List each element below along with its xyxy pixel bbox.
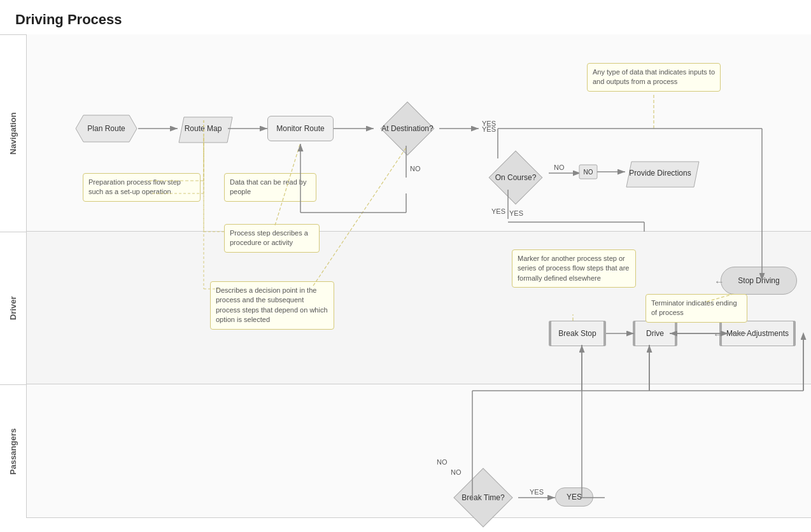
stop-driving-shape: Stop Driving — [721, 267, 797, 295]
route-map-shape: Route Map — [178, 116, 229, 141]
diagram-wrapper: Navigation Driver Passangers — [0, 34, 811, 518]
callout-data-people: Data that can be read by people — [224, 173, 316, 202]
lane-driver: Driver — [0, 232, 26, 384]
diagram-area: NO YES NO NO YES — [27, 34, 811, 518]
callout-terminator: Terminator indicates ending of process — [645, 294, 747, 323]
page: Driving Process Navigation Driver Passan… — [0, 0, 811, 532]
arrow-left-make-adj: ← — [713, 329, 723, 340]
callout-process-step: Process step describes a procedure or ac… — [224, 224, 320, 253]
callout-decision: Describes a decision point in the proces… — [210, 281, 334, 330]
callout-preparation: Preparation process flow step such as a … — [83, 173, 201, 202]
lanes-labels: Navigation Driver Passangers — [0, 34, 27, 518]
yes-label-1: YES — [482, 125, 496, 133]
make-adjustments-shape: Make Adjustments — [719, 321, 796, 346]
callout-any-type-data: Any type of data that indicates inputs t… — [587, 63, 721, 92]
lane-bg-passangers — [27, 384, 811, 518]
provide-directions-shape: Provide Directions — [625, 160, 695, 186]
callout-marker: Marker for another process step or serie… — [512, 249, 636, 288]
break-time-shape: Break Time? — [448, 477, 518, 519]
page-title: Driving Process — [0, 0, 811, 34]
drive-shape: Drive — [633, 321, 677, 346]
monitor-route-shape: Monitor Route — [267, 116, 334, 141]
yes-oval-break: YES — [555, 487, 593, 507]
break-stop-shape: Break Stop — [549, 321, 606, 346]
yes-label-2: YES — [491, 207, 505, 215]
arrow-left-stop-driving: ← — [714, 276, 724, 288]
plan-route-shape: Plan Route — [74, 114, 138, 143]
no-label-break: NO — [437, 458, 448, 466]
on-course-shape: On Course? — [484, 158, 547, 197]
lane-passangers: Passangers — [0, 384, 26, 518]
lane-navigation: Navigation — [0, 34, 26, 232]
at-destination-shape: At Destination? — [376, 109, 439, 148]
